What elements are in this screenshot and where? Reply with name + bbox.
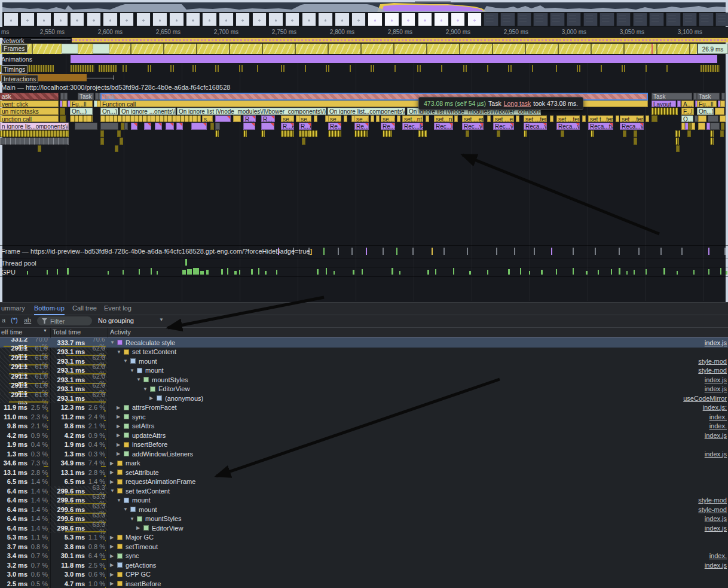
flame-block[interactable] bbox=[60, 108, 65, 115]
flame-block[interactable] bbox=[302, 138, 305, 145]
flame-block[interactable]: set ...ent bbox=[493, 115, 514, 123]
flame-block[interactable]: set...nt bbox=[402, 115, 423, 123]
collapse-arrow-icon[interactable]: ▼ bbox=[117, 349, 123, 355]
flame-block[interactable] bbox=[698, 115, 706, 123]
expand-arrow-icon[interactable]: ▶ bbox=[117, 432, 123, 438]
flame-block[interactable]: Rec...le bbox=[434, 123, 453, 130]
source-link[interactable]: useCodeMirror bbox=[683, 395, 728, 402]
flame-block[interactable]: se...t bbox=[328, 115, 341, 123]
expand-arrow-icon[interactable]: ▶ bbox=[117, 451, 123, 456]
flame-block[interactable]: R...e bbox=[299, 123, 311, 130]
sort-descending-icon[interactable]: ▼ bbox=[43, 328, 47, 333]
expand-arrow-icon[interactable]: ▶ bbox=[110, 553, 117, 559]
flame-block[interactable] bbox=[524, 130, 527, 138]
source-link[interactable]: index.js bbox=[705, 385, 728, 392]
flame-block[interactable] bbox=[591, 130, 594, 138]
flame-block[interactable] bbox=[651, 108, 678, 115]
collapse-arrow-icon[interactable]: ▼ bbox=[123, 358, 130, 364]
flame-block[interactable]: Task bbox=[697, 93, 720, 100]
timings-track-label[interactable]: Timings bbox=[1, 65, 27, 74]
source-link[interactable]: index.js: bbox=[703, 404, 728, 411]
filter-input[interactable]: Filter bbox=[37, 316, 92, 325]
table-row[interactable]: 4.2 ms0.9 %4.2 ms0.9 %▶updateAttrsindex.… bbox=[0, 431, 728, 440]
flame-block[interactable] bbox=[675, 138, 679, 145]
source-link[interactable]: index.js bbox=[705, 515, 728, 522]
expand-arrow-icon[interactable]: ▶ bbox=[117, 442, 123, 447]
flame-block[interactable] bbox=[710, 123, 720, 130]
flame-block[interactable] bbox=[328, 130, 341, 138]
flame-block[interactable]: n ignore lis...omponents\/) bbox=[0, 123, 69, 130]
collapse-arrow-icon[interactable]: ▼ bbox=[143, 386, 149, 392]
flame-block[interactable] bbox=[38, 145, 41, 153]
flame-block[interactable]: Fu...ll bbox=[70, 100, 93, 108]
flame-block[interactable] bbox=[623, 130, 626, 138]
flame-block[interactable] bbox=[692, 123, 695, 130]
table-row[interactable]: 6.5 ms1.4 %6.5 ms1.4 %▶requestAnimationF… bbox=[0, 477, 728, 487]
flame-block[interactable] bbox=[418, 130, 427, 138]
flame-block[interactable]: Reca...tyle bbox=[588, 123, 613, 130]
tab-bottom-up[interactable]: Bottom-up bbox=[34, 303, 65, 315]
flame-block[interactable] bbox=[516, 115, 519, 123]
match-whole-word-icon[interactable]: ab bbox=[24, 316, 31, 324]
flame-block[interactable] bbox=[720, 130, 724, 138]
flame-block[interactable]: Task bbox=[78, 93, 94, 100]
expand-arrow-icon[interactable]: ▶ bbox=[117, 424, 123, 429]
flame-block[interactable]: set...nt bbox=[434, 115, 453, 123]
tab-call-tree[interactable]: Call tree bbox=[72, 303, 97, 314]
flame-block[interactable]: Reca...yle bbox=[524, 123, 547, 130]
flame-block[interactable]: Task bbox=[651, 93, 692, 100]
flame-block[interactable]: ask bbox=[0, 93, 59, 100]
bottom-up-table[interactable]: 331.2 ms70.0 %333.7 ms70.6 %▼Recalculate… bbox=[0, 338, 728, 588]
table-row[interactable]: 331.2 ms70.0 %333.7 ms70.6 %▼Recalculate… bbox=[0, 338, 728, 348]
table-row[interactable]: 6.4 ms1.4 %299.6 ms63.3 %▼mountstyle-mod bbox=[0, 496, 728, 505]
table-row[interactable]: 11.9 ms2.5 %12.3 ms2.6 %▶attrsFromFaceti… bbox=[0, 403, 728, 413]
flame-block[interactable] bbox=[210, 123, 214, 130]
flame-block[interactable]: A... bbox=[681, 100, 694, 108]
collapse-arrow-icon[interactable]: ▼ bbox=[130, 368, 136, 373]
flame-block[interactable] bbox=[561, 130, 564, 138]
flame-block[interactable] bbox=[215, 115, 231, 123]
flame-block[interactable] bbox=[155, 123, 162, 130]
activity-column-header[interactable]: Activity bbox=[110, 328, 131, 336]
flame-block[interactable]: un microtasks bbox=[0, 108, 59, 115]
flame-block[interactable] bbox=[710, 130, 714, 138]
collapse-arrow-icon[interactable]: ▼ bbox=[117, 498, 123, 503]
flame-block[interactable] bbox=[634, 138, 637, 145]
flame-block[interactable]: Re...e bbox=[328, 123, 341, 130]
flame-block[interactable] bbox=[281, 130, 294, 138]
flame-block[interactable] bbox=[62, 100, 67, 108]
expand-arrow-icon[interactable]: ▶ bbox=[110, 535, 117, 540]
expand-arrow-icon[interactable]: ▶ bbox=[149, 395, 156, 401]
flame-block[interactable]: set ...tent bbox=[524, 115, 547, 123]
flame-block[interactable] bbox=[708, 115, 718, 123]
main-flame-chart[interactable]: askTaskTaskTaskTaskvent: clickFu...llFun… bbox=[0, 0, 728, 156]
flame-block[interactable] bbox=[371, 115, 374, 123]
source-link[interactable]: index.js bbox=[705, 562, 728, 569]
source-link[interactable]: index. bbox=[709, 422, 728, 429]
flame-block[interactable] bbox=[698, 123, 705, 130]
flame-block[interactable] bbox=[233, 115, 241, 123]
flame-block[interactable] bbox=[715, 108, 724, 115]
table-row[interactable]: 6.4 ms1.4 %299.6 ms63.3 %▼mountstyle-mod bbox=[0, 505, 728, 514]
flame-block[interactable] bbox=[131, 123, 137, 130]
collapse-arrow-icon[interactable]: ▼ bbox=[130, 516, 136, 522]
expand-arrow-icon[interactable]: ▶ bbox=[110, 461, 117, 466]
flame-block[interactable] bbox=[314, 115, 317, 123]
expand-arrow-icon[interactable]: ▶ bbox=[136, 525, 143, 531]
source-link[interactable]: style-mod bbox=[698, 506, 728, 513]
flame-block[interactable]: R... bbox=[243, 115, 256, 123]
expand-arrow-icon[interactable]: ▶ bbox=[117, 414, 123, 419]
flame-block[interactable]: Re...le bbox=[354, 123, 369, 130]
flame-block[interactable] bbox=[243, 130, 247, 138]
flame-block[interactable] bbox=[720, 115, 726, 123]
expand-arrow-icon[interactable]: ▶ bbox=[110, 572, 117, 577]
flame-block[interactable]: set ...tent bbox=[556, 115, 580, 123]
flame-block[interactable]: On...) bbox=[100, 108, 118, 115]
flame-block[interactable] bbox=[115, 145, 118, 153]
self-time-column-header[interactable]: elf time bbox=[1, 328, 22, 336]
source-link[interactable]: index.js bbox=[705, 432, 728, 439]
flame-block[interactable]: se...t bbox=[281, 115, 294, 123]
table-row[interactable]: 3.0 ms0.6 %3.0 ms0.6 %▶CPP GC bbox=[0, 570, 728, 580]
flame-block[interactable]: vent: click bbox=[0, 100, 59, 108]
frames-track-label[interactable]: Frames bbox=[1, 44, 27, 53]
